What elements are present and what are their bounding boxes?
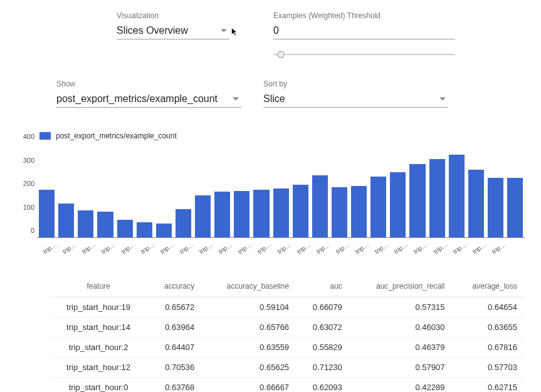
x-tick: trip_s… (100, 240, 128, 270)
bar[interactable] (332, 187, 347, 237)
x-tick (510, 240, 538, 270)
legend-label: post_export_metrics/example_count (56, 132, 177, 140)
table-cell: 0.62715 (451, 378, 523, 393)
bar[interactable] (449, 155, 465, 237)
table-cell: trip_start_hour:12 (50, 358, 147, 378)
table-header-cell[interactable]: feature (50, 277, 147, 297)
bar[interactable] (39, 190, 55, 237)
bar[interactable] (234, 191, 249, 238)
show-select[interactable]: post_export_metrics/example_count (56, 91, 241, 108)
y-tick: 400 (23, 133, 34, 140)
table-header-cell[interactable]: accuracy_baseline (201, 277, 295, 297)
y-tick: 100 (23, 204, 34, 211)
table-row: trip_start_hour:20.644070.635590.558290.… (50, 338, 523, 358)
bar[interactable] (176, 209, 191, 237)
visualization-select[interactable]: Slices Overview (117, 23, 229, 39)
sort-field: Sort by Slice (263, 80, 448, 108)
bar[interactable] (293, 185, 308, 237)
bar[interactable] (409, 164, 425, 237)
table-row: trip_start_hour:00.637680.666670.620930.… (50, 378, 523, 393)
y-tick: 200 (23, 180, 34, 187)
table-cell: 0.63768 (147, 378, 201, 393)
table-cell: 0.71230 (295, 358, 349, 378)
sort-select[interactable]: Slice (263, 91, 448, 108)
bar[interactable] (58, 204, 74, 237)
table-cell: 0.70536 (147, 358, 201, 378)
visualization-label: Visualization (117, 11, 229, 20)
slider-thumb[interactable] (277, 51, 285, 58)
y-tick: 300 (23, 157, 34, 164)
metrics-table: featureaccuracyaccuracy_baselineaucauc_p… (50, 277, 523, 392)
bar[interactable] (117, 220, 133, 237)
visualization-field: Visualization Slices Overview (117, 11, 229, 61)
bar[interactable] (137, 222, 152, 237)
table-cell: 0.42289 (349, 378, 451, 393)
y-tick: 0 (31, 227, 34, 234)
y-axis: 0100200300400 (16, 144, 37, 238)
table-cell: 0.63964 (147, 317, 201, 338)
table-header-cell[interactable]: accuracy (147, 277, 201, 297)
table-header-cell[interactable]: auc_precision_recall (349, 277, 451, 297)
table-cell: 0.66667 (201, 378, 295, 393)
bar[interactable] (78, 210, 93, 237)
legend-swatch (39, 132, 51, 140)
bar[interactable] (156, 224, 172, 237)
table-header-cell[interactable]: auc (295, 277, 349, 297)
sort-label: Sort by (263, 80, 448, 88)
visualization-value: Slices Overview (117, 25, 188, 36)
table-cell: 0.46030 (349, 317, 451, 338)
bar[interactable] (97, 212, 113, 237)
bar[interactable] (488, 178, 503, 237)
slider-track (273, 54, 455, 55)
table-header-row: featureaccuracyaccuracy_baselineaucauc_p… (50, 277, 523, 297)
bar-chart: post_export_metrics/example_count 010020… (16, 132, 525, 263)
table-row: trip_start_hour:140.639640.657660.630720… (50, 317, 523, 338)
threshold-input[interactable] (273, 23, 455, 39)
table-cell: trip_start_hour:0 (50, 378, 147, 393)
chevron-down-icon (221, 29, 227, 33)
bar[interactable] (468, 170, 484, 237)
table-cell: 0.64407 (147, 338, 201, 358)
table-cell: 0.64654 (451, 297, 523, 317)
table-row: trip_start_hour:120.705360.656250.712300… (50, 358, 523, 378)
bar[interactable] (370, 177, 386, 237)
chart-legend: post_export_metrics/example_count (39, 132, 525, 140)
threshold-field: Examples (Weighted) Threshold (273, 11, 455, 61)
x-axis: trip_s…trip_s…trip_s…trip_s…trip_s…trip_… (37, 238, 525, 263)
bar[interactable] (429, 159, 445, 237)
bar[interactable] (351, 186, 367, 237)
table-cell: 0.55829 (295, 338, 349, 358)
x-tick: trip_s… (256, 240, 284, 270)
metrics-table-wrap: featureaccuracyaccuracy_baselineaucauc_p… (50, 277, 523, 392)
table-cell: 0.57315 (349, 297, 451, 317)
bars-container (37, 144, 525, 237)
table-cell: 0.63655 (451, 317, 523, 338)
table-cell: 0.63072 (295, 317, 349, 338)
table-cell: 0.57907 (349, 358, 451, 378)
threshold-slider[interactable] (273, 48, 455, 61)
chevron-down-icon (439, 98, 446, 101)
bar[interactable] (253, 190, 269, 237)
table-header-cell[interactable]: average_loss (451, 277, 523, 297)
show-field: Show post_export_metrics/example_count (56, 80, 241, 108)
bar[interactable] (507, 178, 523, 237)
bar[interactable] (214, 192, 230, 237)
bar[interactable] (312, 175, 328, 237)
bar[interactable] (273, 188, 289, 237)
table-cell: 0.65672 (147, 297, 201, 317)
bar[interactable] (195, 195, 211, 237)
table-cell: 0.59104 (201, 297, 295, 317)
bar[interactable] (390, 172, 406, 237)
cursor-icon (230, 27, 240, 37)
show-value: post_export_metrics/example_count (56, 93, 218, 104)
table-cell: trip_start_hour:2 (50, 338, 147, 358)
table-cell: trip_start_hour:14 (50, 317, 147, 338)
threshold-label: Examples (Weighted) Threshold (273, 11, 455, 20)
show-label: Show (56, 80, 241, 88)
table-cell: 0.66079 (295, 297, 349, 317)
table-cell: 0.62093 (295, 378, 349, 393)
table-cell: 0.65625 (201, 358, 295, 378)
table-cell: trip_start_hour:19 (50, 297, 147, 317)
table-cell: 0.63559 (201, 338, 295, 358)
table-cell: 0.57703 (451, 358, 523, 378)
